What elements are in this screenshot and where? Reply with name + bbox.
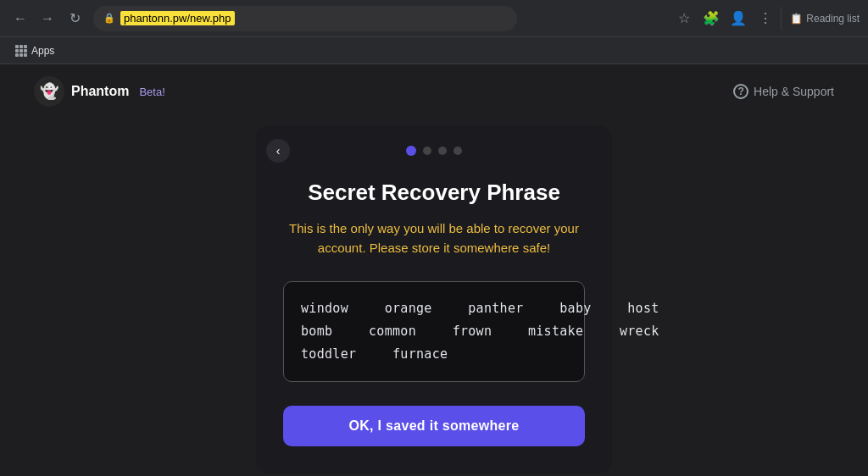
apps-button[interactable]: Apps (10, 42, 59, 59)
address-bar[interactable]: 🔒 phantonn.pw/new.php (93, 6, 517, 31)
card-subtitle: This is the only way you will be able to… (283, 219, 585, 257)
profile-button[interactable]: 👤 (726, 7, 750, 30)
lock-icon: 🔒 (103, 13, 115, 24)
ghost-icon: 👻 (40, 82, 58, 101)
help-label: Help & Support (754, 85, 834, 98)
bookmarks-bar: Apps (0, 37, 868, 64)
phantom-logo: 👻 Phantom Beta! (34, 76, 165, 107)
browser-chrome: ← → ↻ 🔒 phantonn.pw/new.php ☆ 🧩 👤 ⋮ 📋 Re… (0, 0, 868, 37)
seed-phrase-text: window orange panther baby host bomb com… (301, 297, 567, 366)
back-button[interactable]: ← (8, 7, 32, 30)
prev-button[interactable]: ‹ (266, 139, 290, 163)
dot-4 (453, 147, 462, 155)
seed-phrase-box: window orange panther baby host bomb com… (283, 281, 585, 382)
reading-list-icon: 📋 (790, 13, 803, 25)
dot-2 (423, 147, 431, 155)
card-title: Secret Recovery Phrase (283, 180, 585, 206)
pagination: ‹ (283, 146, 585, 156)
dot-1 (406, 146, 416, 156)
brand-name: Phantom (71, 84, 129, 99)
phantom-avatar-icon: 👻 (34, 76, 64, 107)
apps-grid-icon (15, 45, 27, 57)
page-content: 👻 Phantom Beta! ? Help & Support ‹ Secre… (0, 64, 868, 476)
menu-button[interactable]: ⋮ (754, 7, 777, 30)
forward-button[interactable]: → (36, 7, 59, 30)
reading-list-label: Reading list (806, 13, 860, 25)
page-header: 👻 Phantom Beta! ? Help & Support (0, 64, 868, 119)
brand-beta: Beta! (139, 86, 164, 98)
reading-list-area[interactable]: 📋 Reading list (781, 7, 860, 30)
nav-buttons: ← → ↻ (8, 7, 86, 30)
apps-label: Apps (31, 45, 54, 57)
ok-saved-button[interactable]: OK, I saved it somewhere (283, 406, 585, 446)
browser-actions: ☆ 🧩 👤 ⋮ 📋 Reading list (672, 7, 860, 30)
help-support-link[interactable]: ? Help & Support (733, 84, 834, 99)
star-button[interactable]: ☆ (672, 7, 696, 30)
extensions-button[interactable]: 🧩 (699, 7, 723, 30)
refresh-button[interactable]: ↻ (63, 7, 86, 30)
help-icon: ? (733, 84, 748, 99)
dot-3 (438, 147, 447, 155)
url-text: phantonn.pw/new.php (120, 11, 235, 25)
recovery-phrase-card: ‹ Secret Recovery Phrase This is the onl… (256, 125, 612, 473)
